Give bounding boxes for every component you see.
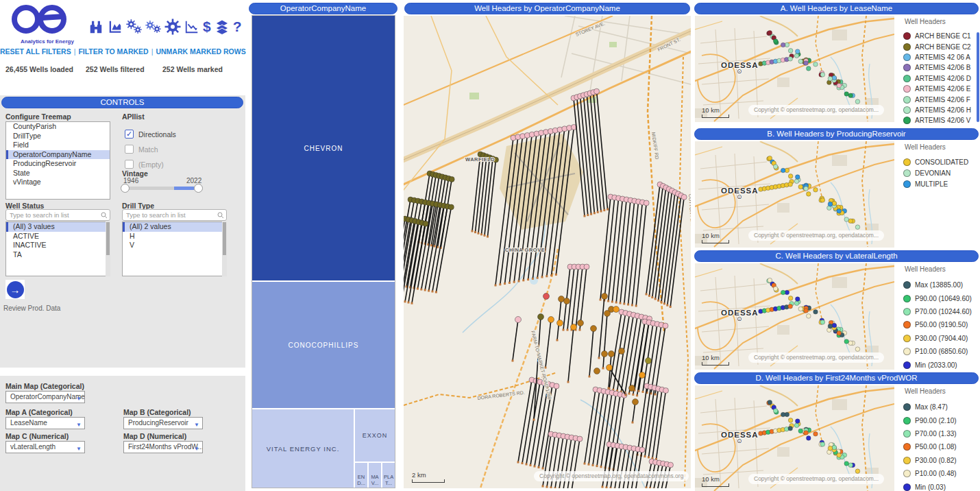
list-item[interactable]: CountyParish: [6, 122, 110, 132]
map-a-canvas[interactable]: ODESSA⊙10 kmCopyright © openstreetmap.or…: [695, 16, 894, 122]
map-b-dropdown[interactable]: ProducingReservoir▼: [123, 417, 203, 429]
legend-item[interactable]: P30.00 (0.82): [903, 454, 980, 467]
list-item[interactable]: DrillType: [6, 132, 110, 141]
dollar-icon[interactable]: $: [203, 19, 211, 35]
checkbox-icon[interactable]: ✓: [125, 130, 134, 139]
map-scale: 10 km: [702, 475, 729, 487]
legend-item[interactable]: Min (0.03): [903, 480, 980, 491]
area-chart-icon[interactable]: [107, 19, 123, 35]
list-item[interactable]: TA: [6, 250, 110, 260]
logo-tagline: Analytics for Energy: [16, 38, 78, 45]
left-sidebar: Analytics for Energy $ ? RESET ALL FILTE…: [0, 0, 245, 491]
list-item[interactable]: ACTIVE: [6, 232, 110, 241]
legend-color-dot: [903, 117, 911, 124]
map-c-canvas[interactable]: ODESSA⊙10 kmCopyright © openstreetmap.or…: [695, 263, 894, 370]
legend-item[interactable]: P30.00 (7904.40): [903, 332, 980, 345]
legend-item[interactable]: P10.00 (6850.60): [903, 345, 980, 358]
legend-item[interactable]: ARTEMIS 42/06 H: [903, 105, 980, 115]
legend-a-scrollbar[interactable]: [977, 32, 979, 122]
legend-item[interactable]: P90.00 (10649.60): [903, 291, 980, 304]
well-status-search-input[interactable]: Type to search in list: [5, 209, 110, 221]
gears-icon[interactable]: [126, 19, 143, 35]
legend-item[interactable]: P10.00 (0.48): [903, 467, 980, 480]
legend-item[interactable]: Max (8.47): [903, 400, 980, 414]
legend-item[interactable]: ARTEMIS 42/06 E: [903, 84, 980, 94]
checkbox-icon[interactable]: [125, 160, 134, 169]
legend-color-dot: [903, 180, 911, 188]
treemap-node-exxon[interactable]: EXXON: [355, 409, 395, 462]
legend-a: Well Headers ARCH BENGE C1ARCH BENGE C2A…: [903, 16, 980, 122]
legend-item[interactable]: MULTIPLE: [903, 178, 980, 189]
gear-icon[interactable]: [164, 19, 181, 35]
list-item[interactable]: INACTIVE: [6, 241, 110, 250]
treemap-node-chevron[interactable]: CHEVRON: [252, 16, 395, 280]
list-item[interactable]: (All) 2 values: [123, 222, 226, 232]
help-icon[interactable]: ?: [233, 19, 242, 35]
legend-item[interactable]: ARTEMIS 42/06 D: [903, 73, 980, 84]
gears-alt-icon[interactable]: [145, 19, 162, 35]
treemap-node-ma-v[interactable]: MA V...: [369, 463, 381, 488]
list-item[interactable]: (All) 3 values: [6, 222, 110, 232]
wells-loaded-stat: 26,455 Wells loaded: [5, 65, 86, 73]
binoculars-icon[interactable]: [88, 19, 104, 35]
vintage-slider-range[interactable]: [174, 187, 194, 190]
legend-item[interactable]: ARTEMIS 42 06 A: [903, 52, 980, 62]
map-c-dropdown[interactable]: vLateralLength▼: [5, 441, 85, 453]
map-b-canvas[interactable]: ODESSA⊙10 kmCopyright © openstreetmap.or…: [695, 141, 894, 248]
main-map-canvas[interactable]: STOREY AVE. FRONT ST. COTTON FLAT RD MID…: [404, 16, 691, 488]
legend-item[interactable]: Max (13885.00): [903, 278, 980, 291]
map-a-dropdown[interactable]: LeaseName▼: [5, 417, 85, 429]
svg-text:COTTON FLAT RD: COTTON FLAT RD: [688, 194, 691, 235]
configure-treemap-listbox[interactable]: CountyParishDrillTypeFieldOperatorCompan…: [5, 121, 110, 200]
checkbox-directionals[interactable]: ✓ Directionals: [125, 130, 176, 139]
reset-all-filters-link[interactable]: RESET ALL FILTERS: [0, 47, 71, 56]
list-item[interactable]: Field: [6, 141, 110, 150]
list-item[interactable]: vVintage: [6, 178, 110, 187]
well-status-scrollbar[interactable]: [106, 221, 110, 276]
drill-type-listbox[interactable]: (All) 2 valuesHV: [122, 221, 227, 276]
legend-item[interactable]: ARTEMIS 42/06 V: [903, 115, 980, 125]
legend-item[interactable]: P90.00 (2.10): [903, 414, 980, 427]
treemap-node-endeavor[interactable]: EN D...: [355, 463, 367, 488]
filter-links: RESET ALL FILTERS|FILTER TO MARKED|UNMAR…: [0, 47, 245, 56]
legend-item[interactable]: P50.00 (9190.50): [903, 318, 980, 331]
configure-treemap-label: Configure Treemap: [5, 112, 71, 121]
legend-item[interactable]: Min (2033.00): [903, 358, 980, 371]
legend-item[interactable]: P50.00 (1.08): [903, 440, 980, 453]
checkbox-match[interactable]: Match: [125, 145, 158, 154]
treemap-node-vital-energy[interactable]: VITAL ENERGY INC.: [252, 409, 354, 488]
legend-item[interactable]: ARCH BENGE C2: [903, 41, 980, 51]
legend-item[interactable]: ARTEMIS 42/06 B: [903, 62, 980, 73]
vintage-slider-handle-left[interactable]: [121, 184, 130, 193]
legend-color-dot: [903, 53, 911, 61]
main-map-dropdown[interactable]: OperatorCompanyName▼: [5, 391, 85, 403]
list-item[interactable]: State: [6, 169, 110, 178]
well-status-listbox[interactable]: (All) 3 valuesACTIVEINACTIVETA: [5, 221, 110, 276]
legend-item[interactable]: DEVONIAN: [903, 167, 980, 178]
drill-type-search-input[interactable]: Type to search in list: [122, 209, 227, 221]
legend-item[interactable]: CONSOLIDATED: [903, 156, 980, 167]
checkbox-icon[interactable]: [125, 145, 134, 154]
list-item[interactable]: V: [123, 241, 226, 250]
review-prod-data-button[interactable]: →: [5, 280, 25, 299]
filter-to-marked-link[interactable]: FILTER TO MARKED: [78, 47, 148, 56]
treemap-node-pla-t[interactable]: PLA T...: [382, 463, 395, 488]
layers-icon[interactable]: [214, 19, 230, 35]
chevron-down-icon: ▼: [194, 444, 199, 453]
unmark-marked-rows-link[interactable]: UNMARK MARKED ROWS: [156, 47, 245, 56]
legend-item[interactable]: P70.00 (10244.60): [903, 305, 980, 318]
drill-type-scrollbar[interactable]: [222, 221, 227, 276]
list-item[interactable]: H: [123, 232, 226, 241]
map-d-dropdown[interactable]: First24Months vProdW...▼: [123, 441, 203, 453]
list-item[interactable]: OperatorCompanyName: [6, 150, 110, 160]
list-item[interactable]: ProducingReservoir: [6, 159, 110, 169]
declining-chart-icon[interactable]: [184, 19, 200, 35]
map-d-canvas[interactable]: ODESSA⊙10 kmCopyright © openstreetmap.or…: [695, 385, 894, 491]
legend-item[interactable]: ARCH BENGE C1: [903, 31, 980, 41]
checkbox-empty[interactable]: (Empty): [125, 160, 164, 169]
legend-color-dot: [903, 43, 911, 51]
legend-item[interactable]: P70.00 (1.33): [903, 427, 980, 440]
legend-item[interactable]: ARTEMIS 42/06 F: [903, 94, 980, 104]
vintage-slider-handle-right[interactable]: [194, 184, 203, 193]
treemap-node-conocophillips[interactable]: CONOCOPHILLIPS: [252, 282, 395, 408]
